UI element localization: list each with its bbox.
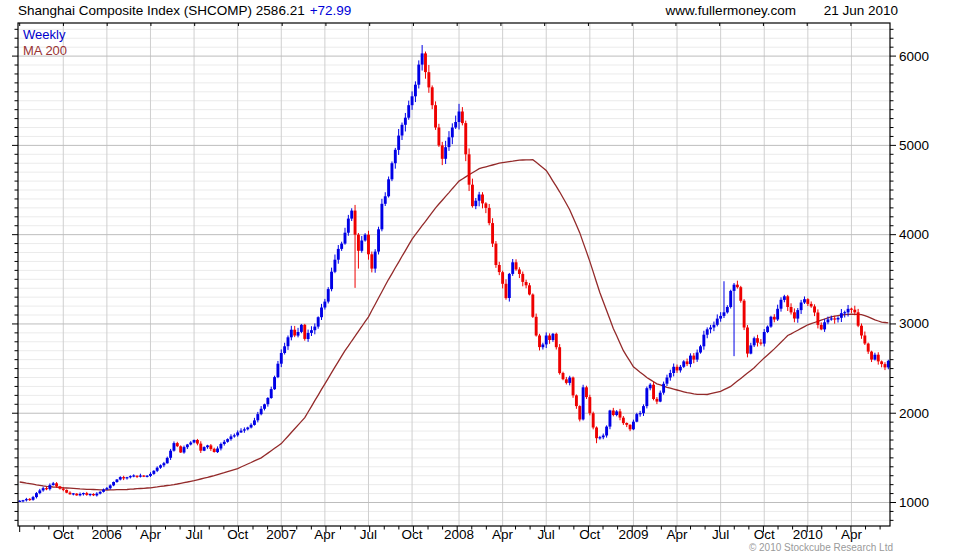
svg-text:3000: 3000 <box>899 316 929 331</box>
chart-window: 100020003000400050006000Oct2006AprJulOct… <box>0 0 980 560</box>
svg-text:Apr: Apr <box>314 527 336 542</box>
copyright-label: © 2010 Stockcube Research Ltd <box>749 542 893 553</box>
legend-weekly-label: Weekly <box>23 27 67 43</box>
svg-text:Oct: Oct <box>53 527 74 542</box>
date-label: 21 Jun 2010 <box>824 3 898 18</box>
svg-text:Oct: Oct <box>402 527 423 542</box>
svg-text:Oct: Oct <box>227 527 248 542</box>
price-change: +72.99 <box>310 3 352 18</box>
svg-text:Oct: Oct <box>579 527 600 542</box>
svg-text:2010: 2010 <box>793 527 823 542</box>
svg-text:1000: 1000 <box>899 495 929 510</box>
svg-text:Jul: Jul <box>712 527 729 542</box>
svg-text:Jul: Jul <box>185 527 202 542</box>
svg-text:2007: 2007 <box>266 527 296 542</box>
svg-text:Jul: Jul <box>538 527 555 542</box>
svg-text:Jul: Jul <box>360 527 377 542</box>
svg-text:2006: 2006 <box>92 527 122 542</box>
svg-text:2008: 2008 <box>444 527 474 542</box>
chart-legend: Weekly MA 200 <box>23 27 67 59</box>
legend-ma-label: MA 200 <box>23 43 67 59</box>
svg-text:4000: 4000 <box>899 227 929 242</box>
page-title: Shanghai Composite Index (SHCOMP) 2586.2… <box>18 3 351 18</box>
website-label: www.fullermoney.com <box>666 3 796 18</box>
price-chart: 100020003000400050006000Oct2006AprJulOct… <box>0 0 980 560</box>
svg-text:Oct: Oct <box>754 527 775 542</box>
svg-text:Apr: Apr <box>667 527 689 542</box>
svg-text:6000: 6000 <box>899 49 929 64</box>
svg-text:Apr: Apr <box>140 527 162 542</box>
svg-text:2009: 2009 <box>618 527 648 542</box>
header-right: www.fullermoney.com 21 Jun 2010 <box>642 3 898 18</box>
svg-text:Apr: Apr <box>492 527 514 542</box>
svg-text:2000: 2000 <box>899 406 929 421</box>
chart-title: Shanghai Composite Index (SHCOMP) 2586.2… <box>18 3 305 18</box>
svg-text:Apr: Apr <box>841 527 863 542</box>
svg-text:5000: 5000 <box>899 138 929 153</box>
